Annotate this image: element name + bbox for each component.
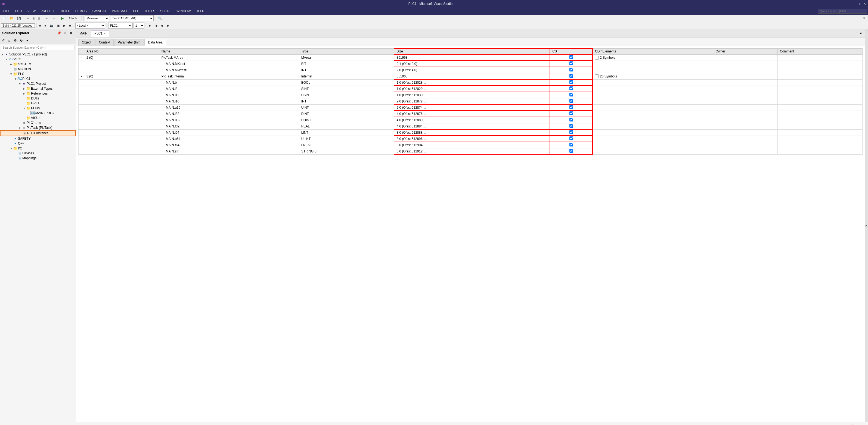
menu-view[interactable]: VIEW — [25, 8, 38, 14]
tb2-btn1[interactable]: ■ — [38, 23, 42, 28]
table-row[interactable]: MAIN.MXtest1BIT0.1 (Ofss: 0.0) — [79, 61, 863, 67]
cs-checkbox[interactable] — [569, 105, 573, 109]
cs-checkbox[interactable] — [569, 74, 573, 78]
cs-checkbox[interactable] — [569, 136, 573, 140]
tree-item-devices[interactable]: ▤ Devices — [0, 151, 76, 156]
error-list-dock[interactable]: ▿ — [855, 423, 860, 425]
platform-select[interactable]: TwinCAT RT (x64) — [110, 15, 154, 21]
tab-bar-arrow[interactable]: ▼ — [857, 32, 865, 35]
cell-cs[interactable] — [550, 104, 592, 110]
cell-cs[interactable] — [550, 98, 592, 104]
tree-item-plc1project[interactable]: ▼ ■ PLC1 Project — [0, 81, 76, 86]
menu-tools[interactable]: TOOLS — [142, 8, 157, 14]
maximize-icon[interactable]: □ — [859, 2, 861, 5]
se-search-input[interactable] — [1, 45, 75, 50]
table-row[interactable]: MAIN.MWtest1INT2.0 (Ofss: 4.0) — [79, 67, 863, 73]
table-row[interactable]: MAIN.u64ULINT8.0 (Ofss: 512896.... — [79, 136, 863, 142]
menu-project[interactable]: PROJECT — [38, 8, 58, 14]
table-row[interactable]: MAIN.i16INT2.0 (Ofss: 512872.... — [79, 98, 863, 104]
cs-checkbox[interactable] — [569, 87, 573, 90]
cell-cs[interactable] — [550, 73, 592, 79]
close-icon[interactable]: ✕ — [863, 2, 866, 6]
menu-help[interactable]: HELP — [194, 8, 207, 14]
tree-item-plc1tmc[interactable]: ▣ PLC1.tmc — [0, 120, 76, 125]
tree-item-externaltypes[interactable]: ► 📁 External Types — [0, 86, 76, 91]
table-row[interactable]: MAIN.u16UINT2.0 (Ofss: 512874.... — [79, 104, 863, 110]
table-row[interactable]: MAIN.strSTRING(5)6.0 (Ofss: 512912.... — [79, 148, 863, 154]
table-row[interactable]: MAIN.i32DINT4.0 (Ofss: 512876.... — [79, 110, 863, 117]
cs-checkbox[interactable] — [569, 118, 573, 122]
se-refresh-btn[interactable]: ☯ — [19, 38, 24, 43]
instance-select[interactable]: 1 — [133, 23, 145, 29]
menu-twinsafe[interactable]: TWINSAFE — [109, 8, 130, 14]
table-row[interactable]: MAIN.f64LREAL8.0 (Ofss: 512904.... — [79, 142, 863, 148]
table-row[interactable]: -3 (0)PlcTask InternalInternal85196826 S… — [79, 73, 863, 79]
right-panel-arrow[interactable]: ► — [865, 29, 868, 422]
cut-btn[interactable]: ✂ — [25, 16, 30, 21]
tree-item-gvls[interactable]: 📁 GVLs — [0, 101, 76, 106]
cs-checkbox[interactable] — [569, 124, 573, 128]
content-tab-parameter[interactable]: Parameter (Init) — [114, 39, 144, 46]
tb2-btn5[interactable]: ▶ — [62, 23, 67, 28]
cd-checkbox[interactable] — [595, 56, 599, 60]
cell-cs[interactable] — [550, 79, 592, 86]
cell-cs[interactable] — [550, 61, 592, 67]
search-btn[interactable]: 🔍 — [157, 16, 163, 21]
cell-cs[interactable] — [550, 67, 592, 73]
tree-item-safety[interactable]: ■ SAFETY — [0, 136, 76, 141]
cell-cs[interactable] — [550, 148, 592, 154]
cs-checkbox[interactable] — [569, 61, 573, 65]
cell-cs[interactable] — [550, 110, 592, 117]
cell-cs[interactable] — [550, 136, 592, 142]
table-row[interactable]: MAIN.f32REAL4.0 (Ofss: 512884.... — [79, 123, 863, 129]
tree-item-plc1sub[interactable]: ▼ PLC PLC1 — [0, 76, 76, 81]
attach-btn[interactable]: Attach... — [66, 16, 82, 21]
tree-item-duts[interactable]: 📁 DUTs — [0, 96, 76, 101]
menu-plc[interactable]: PLC — [131, 8, 142, 14]
play-btn[interactable]: ▶ — [60, 15, 65, 21]
tb2-btn4[interactable]: ▣ — [56, 23, 61, 28]
tree-item-plctask[interactable]: ► ▤ PlcTask (PlcTask) — [0, 125, 76, 130]
menu-twincat[interactable]: TWINCAT — [90, 8, 108, 14]
cell-cs[interactable] — [550, 129, 592, 136]
menu-window[interactable]: WINDOW — [174, 8, 193, 14]
menu-edit[interactable]: EDIT — [13, 8, 25, 14]
config-select[interactable]: Release — [85, 15, 109, 21]
tb2-run-btn[interactable]: ► — [147, 23, 153, 28]
se-settings-btn[interactable]: ⚙ — [12, 38, 18, 43]
paste-btn[interactable]: ⎙ — [37, 16, 41, 21]
cs-checkbox[interactable] — [569, 68, 573, 71]
tb2-more2[interactable]: ◆ — [160, 23, 164, 28]
content-tab-dataarea[interactable]: Data Area — [145, 39, 166, 46]
tb2-more3[interactable]: ◆ — [165, 23, 170, 28]
tree-item-plc1instance[interactable]: ▣ PLC1 Instance — [0, 130, 76, 136]
cs-checkbox[interactable] — [569, 111, 573, 115]
cs-checkbox[interactable] — [569, 55, 573, 59]
cs-checkbox[interactable] — [569, 99, 573, 103]
tree-item-cpp[interactable]: ■ C++ — [0, 141, 76, 146]
content-tab-context[interactable]: Context — [95, 39, 114, 46]
tree-item-system[interactable]: ► 📁 SYSTEM — [0, 62, 76, 67]
tb2-more1[interactable]: ◆ — [154, 23, 159, 28]
menu-build[interactable]: BUILD — [59, 8, 72, 14]
quick-launch-input[interactable] — [818, 9, 867, 13]
tb2-btn6[interactable]: ■ — [68, 23, 72, 28]
menu-scope[interactable]: SCOPE — [158, 8, 174, 14]
table-row[interactable]: MAIN.u8USINT1.0 (Ofss: 512030.... — [79, 92, 863, 98]
cs-checkbox[interactable] — [569, 143, 573, 146]
error-list-pin[interactable]: 📌 — [849, 423, 855, 425]
se-filter-btn[interactable]: ▼ — [25, 38, 30, 43]
content-tab-object[interactable]: Object — [78, 39, 95, 46]
cell-cs[interactable] — [550, 117, 592, 123]
se-close-btn[interactable]: ✕ — [68, 30, 74, 36]
tab-plc1-close[interactable]: ✕ — [103, 32, 106, 35]
table-row[interactable]: MAIN.i64LINT8.0 (Ofss: 512888.... — [79, 129, 863, 136]
menu-debug[interactable]: DEBUG — [73, 8, 89, 14]
cell-cs[interactable] — [550, 54, 592, 61]
cell-cs[interactable] — [550, 123, 592, 129]
table-row[interactable]: -2 (0)PlcTask MAreaMArea8519682 Symbols — [79, 54, 863, 61]
project-select[interactable]: PLC1 — [108, 23, 133, 29]
location-select[interactable]: <Local> — [75, 23, 105, 29]
cell-cs[interactable] — [550, 142, 592, 148]
cs-checkbox[interactable] — [569, 80, 573, 84]
